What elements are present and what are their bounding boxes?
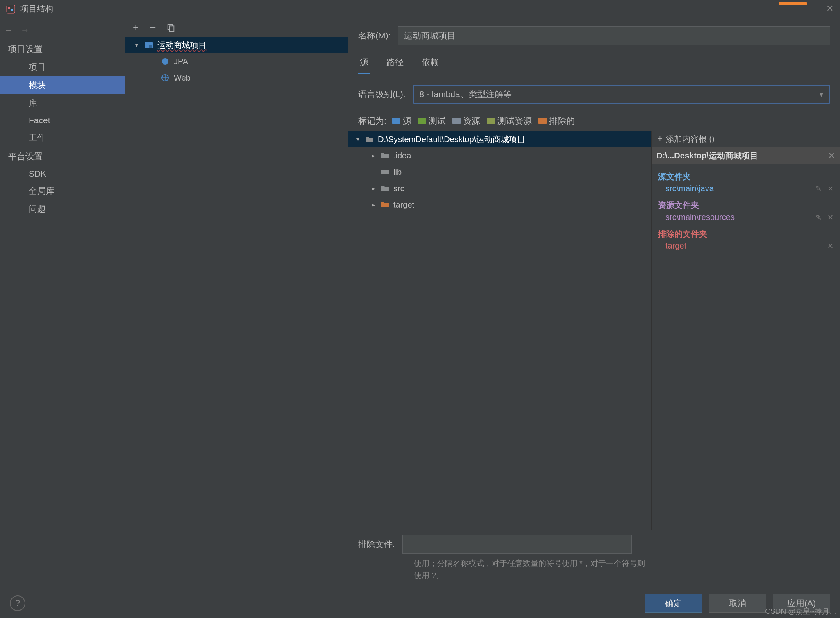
nav-back-forward: ← →: [0, 21, 125, 39]
sidebar-item[interactable]: 问题: [0, 200, 125, 218]
sidebar-item[interactable]: 模块: [0, 76, 125, 94]
sidebar-item[interactable]: Facet: [0, 112, 125, 129]
cr-entry[interactable]: src\main\java✎✕: [658, 182, 833, 197]
forward-icon[interactable]: →: [20, 25, 30, 36]
lang-select[interactable]: 8 - lambda、类型注解等 ▾: [413, 85, 831, 104]
chevron-down-icon: ▾: [354, 136, 361, 143]
close-icon[interactable]: ✕: [828, 151, 835, 161]
chevron-down-icon: ▾: [819, 89, 824, 99]
exclude-label: 排除文件:: [358, 539, 395, 550]
exclude-hint: 使用；分隔名称模式，对于任意数量的符号使用 *，对于一个符号则使用 ?。: [358, 555, 645, 581]
chevron-right-icon: ▸: [370, 185, 377, 192]
titlebar: 项目结构 ✕: [0, 0, 840, 18]
cr-category: 排除的文件夹: [658, 229, 833, 240]
detail-panel: 名称(M): 源 路径 依赖 语言级别(L): 8 - lambda、类型注解等…: [348, 18, 840, 588]
folder-icon: [452, 118, 461, 124]
folder-icon: [487, 118, 495, 124]
copy-icon[interactable]: [166, 23, 175, 32]
remove-icon[interactable]: ✕: [827, 213, 833, 222]
window-title: 项目结构: [20, 3, 53, 14]
sidebar-item[interactable]: 工件: [0, 129, 125, 147]
svg-rect-4: [170, 26, 174, 31]
folder-item[interactable]: lib: [348, 164, 651, 180]
sidebar: ← → 项目设置项目模块库Facet工件平台设置SDK全局库问题: [0, 18, 125, 588]
cancel-button[interactable]: 取消: [709, 594, 766, 613]
folder-icon: [366, 136, 374, 143]
add-icon[interactable]: +: [133, 21, 139, 34]
module-name: 运动商城项目: [157, 40, 207, 51]
ok-button[interactable]: 确定: [645, 594, 702, 613]
tree-root[interactable]: ▾ 运动商城项目: [125, 37, 348, 53]
accent-bar: [779, 2, 807, 5]
module-icon: [144, 41, 153, 50]
app-icon: [6, 4, 16, 14]
cr-entry[interactable]: target✕: [658, 240, 833, 254]
folder-icon: [418, 118, 426, 124]
folder-icon: [538, 118, 547, 124]
remove-icon[interactable]: ✕: [827, 184, 833, 193]
remove-icon[interactable]: ✕: [827, 242, 833, 251]
module-tree[interactable]: ▾ 运动商城项目 JPA Web: [125, 37, 348, 588]
close-icon[interactable]: ✕: [826, 3, 833, 14]
sidebar-item[interactable]: 项目: [0, 58, 125, 76]
folder-icon: [381, 185, 389, 192]
folder-root[interactable]: ▾ D:\SystemDefault\Desktop\运动商城项目: [348, 131, 651, 147]
cr-header: +添加内容根 (): [652, 131, 840, 147]
chevron-right-icon: ▸: [370, 152, 377, 159]
name-label: 名称(M):: [358, 30, 390, 41]
jpa-icon: [161, 57, 170, 66]
sidebar-heading: 平台设置: [0, 147, 125, 165]
folder-icon: [381, 152, 389, 159]
tab-deps[interactable]: 依赖: [420, 52, 440, 74]
lang-label: 语言级别(L):: [358, 88, 406, 100]
cr-path-row[interactable]: D:\...Desktop\运动商城项目 ✕: [652, 147, 840, 164]
cr-category: 源文件夹: [658, 171, 833, 182]
tree-item-web[interactable]: Web: [125, 70, 348, 86]
cr-entry[interactable]: src\main\resources✎✕: [658, 211, 833, 225]
mark-item[interactable]: 资源: [452, 115, 480, 127]
cr-path: D:\...Desktop\运动商城项目: [656, 150, 758, 161]
mark-item[interactable]: 排除的: [538, 115, 575, 127]
folder-item[interactable]: ▸.idea: [348, 147, 651, 164]
chevron-right-icon: ▸: [370, 201, 377, 208]
edit-icon[interactable]: ✎: [815, 184, 822, 193]
mark-as-row: 标记为: 源测试资源测试资源排除的: [348, 111, 840, 131]
folder-root-label: D:\SystemDefault\Desktop\运动商城项目: [378, 134, 525, 145]
help-icon[interactable]: ?: [10, 595, 25, 611]
cr-add-label[interactable]: 添加内容根 (): [666, 134, 715, 143]
add-content-root-icon[interactable]: +: [657, 134, 663, 144]
sidebar-item[interactable]: SDK: [0, 165, 125, 182]
exclude-input[interactable]: [402, 535, 632, 554]
exclude-area: 排除文件: 使用；分隔名称模式，对于任意数量的符号使用 *，对于一个符号则使用 …: [348, 530, 840, 588]
mark-item[interactable]: 测试: [418, 115, 446, 127]
module-toolbar: + −: [125, 18, 348, 37]
module-tree-panel: + − ▾ 运动商城项目 JPA Web: [125, 18, 348, 588]
tab-paths[interactable]: 路径: [385, 52, 405, 74]
back-icon[interactable]: ←: [4, 25, 13, 36]
mark-item[interactable]: 源: [392, 115, 411, 127]
tab-sources[interactable]: 源: [358, 52, 370, 74]
mark-item[interactable]: 测试资源: [487, 115, 532, 127]
folder-item[interactable]: ▸src: [348, 180, 651, 197]
svg-rect-0: [7, 5, 15, 13]
chevron-down-icon: ▾: [133, 42, 140, 48]
edit-icon[interactable]: ✎: [815, 213, 822, 222]
tree-item-jpa[interactable]: JPA: [125, 53, 348, 70]
lang-row: 语言级别(L): 8 - lambda、类型注解等 ▾: [358, 85, 830, 104]
name-row: 名称(M):: [358, 26, 830, 45]
folder-tree[interactable]: ▾ D:\SystemDefault\Desktop\运动商城项目 ▸.idea…: [348, 131, 652, 530]
mark-label: 标记为:: [358, 115, 386, 127]
web-icon: [161, 73, 170, 82]
folder-icon: [381, 169, 389, 175]
remove-icon[interactable]: −: [150, 21, 156, 34]
button-bar: ? 确定 取消 应用(A): [0, 588, 840, 618]
lang-value: 8 - lambda、类型注解等: [420, 88, 512, 100]
name-input[interactable]: [398, 26, 830, 45]
sidebar-heading: 项目设置: [0, 39, 125, 58]
svg-rect-2: [11, 9, 13, 11]
svg-point-7: [162, 58, 168, 65]
sidebar-item[interactable]: 库: [0, 94, 125, 112]
sidebar-item[interactable]: 全局库: [0, 182, 125, 200]
folder-item[interactable]: ▸target: [348, 197, 651, 213]
svg-rect-1: [8, 7, 10, 9]
